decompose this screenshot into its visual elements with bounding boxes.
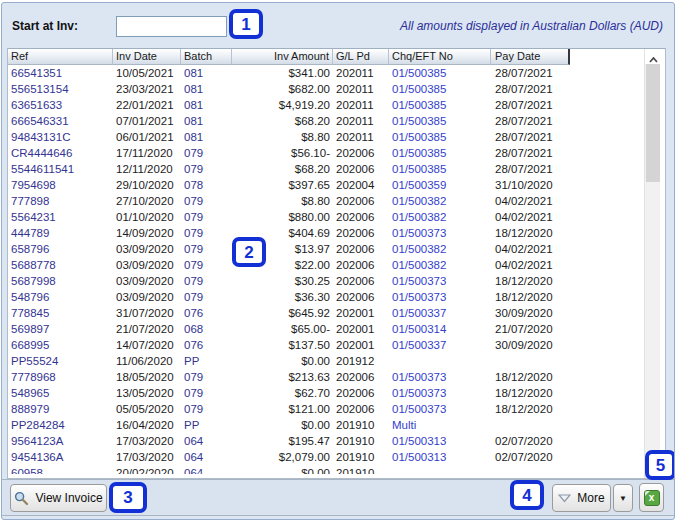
- table-row[interactable]: 63651633 22/01/2021 081 $4,919.20 202011…: [8, 97, 665, 113]
- cell-inv-date: 06/01/2021: [113, 129, 181, 145]
- cell-gl-pd: 202001: [333, 337, 389, 353]
- cell-gl-pd: 202011: [333, 113, 389, 129]
- cell-batch: 081: [181, 113, 232, 129]
- table-row[interactable]: 5687998 03/09/2020 079 $30.25 202006 01/…: [8, 273, 665, 289]
- more-button[interactable]: More: [552, 484, 611, 512]
- column-header-pay-date[interactable]: Pay Date: [491, 49, 570, 65]
- column-header-inv-date[interactable]: Inv Date: [113, 49, 181, 65]
- table-row[interactable]: 66541351 10/05/2021 081 $341.00 202011 0…: [8, 65, 665, 81]
- cell-inv-amount: $137.50: [232, 337, 333, 353]
- table-row[interactable]: 778845 31/07/2020 076 $645.92 202001 01/…: [8, 305, 665, 321]
- cell-batch: 079: [181, 401, 232, 417]
- more-triangle-icon: [558, 494, 571, 503]
- cell-inv-amount: $30.25: [232, 273, 333, 289]
- table-row[interactable]: 556513154 23/03/2021 081 $682.00 202011 …: [8, 81, 665, 97]
- table-row[interactable]: 7954698 29/10/2020 078 $397.65 202004 01…: [8, 177, 665, 193]
- table-row[interactable]: 94843131C 06/01/2021 081 $8.80 202011 01…: [8, 129, 665, 145]
- cell-batch: 064: [181, 465, 232, 474]
- column-header-ref[interactable]: Ref: [8, 49, 113, 65]
- view-invoice-button[interactable]: View Invoice: [10, 484, 107, 512]
- column-header-batch[interactable]: Batch: [181, 49, 232, 65]
- cell-chq-eft-no: Multi: [389, 417, 491, 433]
- scrollbar-thumb[interactable]: [646, 64, 660, 182]
- invoice-list-window: Start at Inv: All amounts displayed in A…: [1, 2, 675, 520]
- cell-batch: 081: [181, 97, 232, 113]
- cell-inv-amount: $341.00: [232, 65, 333, 81]
- cell-chq-eft-no: 01/500382: [389, 257, 491, 273]
- cell-chq-eft-no: 01/500382: [389, 193, 491, 209]
- som-badge-4: 4: [510, 480, 544, 510]
- cell-chq-eft-no: [389, 353, 491, 369]
- table-row[interactable]: CR4444646 17/11/2020 079 $56.10- 202006 …: [8, 145, 665, 161]
- cell-inv-date: 01/10/2020: [113, 209, 181, 225]
- cell-pay-date: 18/12/2020: [491, 225, 570, 241]
- cell-pay-date: [491, 417, 570, 433]
- table-row[interactable]: 777898 27/10/2020 079 $8.80 202006 01/50…: [8, 193, 665, 209]
- cell-ref: 5544611541: [8, 161, 113, 177]
- table-row[interactable]: 548796 03/09/2020 079 $36.30 202006 01/5…: [8, 289, 665, 305]
- cell-ref: 9564123A: [8, 433, 113, 449]
- table-row[interactable]: 569897 21/07/2020 068 $65.00- 202001 01/…: [8, 321, 665, 337]
- cell-ref: 66541351: [8, 65, 113, 81]
- cell-inv-amount: $213.63: [232, 369, 333, 385]
- cell-inv-date: 17/03/2020: [113, 433, 181, 449]
- cell-gl-pd: 201912: [333, 353, 389, 369]
- cell-pay-date: 18/12/2020: [491, 401, 570, 417]
- start-at-inv-input[interactable]: [116, 16, 227, 37]
- cell-inv-date: 13/05/2020: [113, 385, 181, 401]
- table-row[interactable]: 5544611541 12/11/2020 079 $68.20 202006 …: [8, 161, 665, 177]
- cell-chq-eft-no: 01/500385: [389, 161, 491, 177]
- table-row[interactable]: 888979 05/05/2020 079 $121.00 202006 01/…: [8, 401, 665, 417]
- table-row[interactable]: 7778968 18/05/2020 079 $213.63 202006 01…: [8, 369, 665, 385]
- cell-inv-date: 03/09/2020: [113, 273, 181, 289]
- table-row[interactable]: 444789 14/09/2020 079 $404.69 202006 01/…: [8, 225, 665, 241]
- cell-ref: 778845: [8, 305, 113, 321]
- column-header-inv-amount[interactable]: Inv Amount: [232, 49, 333, 65]
- cell-chq-eft-no: 01/500373: [389, 289, 491, 305]
- table-row[interactable]: PP55524 11/06/2020 PP $0.00 201912: [8, 353, 665, 369]
- cell-batch: 079: [181, 225, 232, 241]
- table-row[interactable]: 548965 13/05/2020 079 $62.70 202006 01/5…: [8, 385, 665, 401]
- cell-inv-amount: $8.80: [232, 129, 333, 145]
- cell-chq-eft-no: 01/500373: [389, 369, 491, 385]
- table-row[interactable]: 5564231 01/10/2020 079 $880.00 202006 01…: [8, 209, 665, 225]
- start-at-inv-label: Start at Inv:: [12, 19, 78, 33]
- table-row[interactable]: 658796 03/09/2020 079 $13.97 202006 01/5…: [8, 241, 665, 257]
- cell-ref: 666546331: [8, 113, 113, 129]
- cell-inv-amount: $121.00: [232, 401, 333, 417]
- export-excel-button[interactable]: x: [639, 483, 664, 512]
- column-header-gl-pd[interactable]: G/L Pd: [333, 49, 389, 65]
- column-header-chq-eft-no[interactable]: Chq/EFT No: [389, 49, 491, 65]
- cell-gl-pd: 201910: [333, 417, 389, 433]
- table-body: 66541351 10/05/2021 081 $341.00 202011 0…: [8, 65, 665, 474]
- cell-inv-date: 07/01/2021: [113, 113, 181, 129]
- table-row[interactable]: 60958 20/02/2020 064 $0.00 201910: [8, 465, 665, 474]
- table-row[interactable]: 9454136A 17/03/2020 064 $2,079.00 201910…: [8, 449, 665, 465]
- table-row[interactable]: 5688778 03/09/2020 079 $22.00 202006 01/…: [8, 257, 665, 273]
- table-row[interactable]: 9564123A 17/03/2020 064 $195.47 201910 0…: [8, 433, 665, 449]
- more-dropdown-button[interactable]: ▼: [613, 484, 633, 512]
- table-row[interactable]: 666546331 07/01/2021 081 $68.20 202011 0…: [8, 113, 665, 129]
- table-row[interactable]: 668995 14/07/2020 076 $137.50 202001 01/…: [8, 337, 665, 353]
- cell-ref: 888979: [8, 401, 113, 417]
- cell-ref: 7778968: [8, 369, 113, 385]
- cell-chq-eft-no: 01/500373: [389, 401, 491, 417]
- scrollbar-up-icon[interactable]: [645, 49, 661, 64]
- cell-inv-amount: $645.92: [232, 305, 333, 321]
- cell-inv-amount: $880.00: [232, 209, 333, 225]
- cell-ref: 94843131C: [8, 129, 113, 145]
- cell-gl-pd: 202006: [333, 193, 389, 209]
- cell-gl-pd: 202006: [333, 241, 389, 257]
- table-row[interactable]: PP284284 16/04/2020 PP $0.00 201910 Mult…: [8, 417, 665, 433]
- currency-note: All amounts displayed in Australian Doll…: [400, 19, 663, 33]
- cell-batch: 076: [181, 305, 232, 321]
- cell-pay-date: 31/10/2020: [491, 177, 570, 193]
- cell-chq-eft-no: [389, 465, 491, 474]
- cell-pay-date: 04/02/2021: [491, 241, 570, 257]
- cell-inv-date: 31/07/2020: [113, 305, 181, 321]
- som-badge-5: 5: [645, 450, 675, 480]
- cell-ref: 444789: [8, 225, 113, 241]
- cell-batch: 079: [181, 241, 232, 257]
- vertical-scrollbar[interactable]: [644, 49, 660, 478]
- cell-chq-eft-no: 01/500385: [389, 81, 491, 97]
